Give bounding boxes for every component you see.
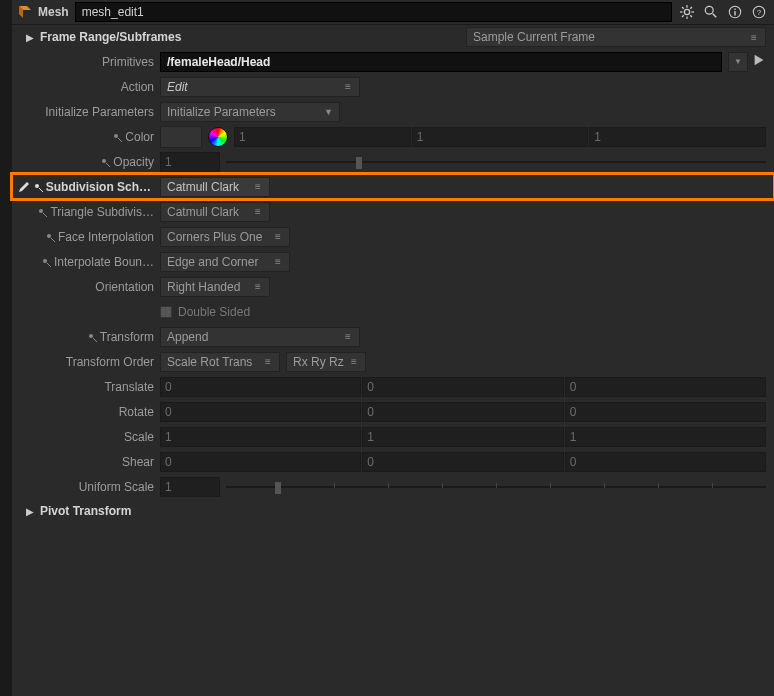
label-interp-boun: Interpolate Boun… <box>54 255 154 269</box>
svg-rect-12 <box>734 11 735 15</box>
transform-select[interactable]: Append≡ <box>160 327 360 347</box>
svg-line-17 <box>118 138 122 142</box>
section-frame-range[interactable]: ▶ Frame Range/Subframes Sample Current F… <box>12 25 774 49</box>
face-interp-select[interactable]: Corners Plus One≡ <box>160 227 290 247</box>
label-double-sided: Double Sided <box>178 305 250 319</box>
param-tag-icon[interactable] <box>46 233 54 241</box>
initialize-select[interactable]: Initialize Parameters▼ <box>160 102 340 122</box>
pencil-icon <box>18 181 30 193</box>
shear-x[interactable]: 0 <box>160 452 361 472</box>
select-value: Initialize Parameters <box>167 105 276 119</box>
svg-line-6 <box>690 15 692 17</box>
help-icon[interactable]: ? <box>750 3 768 21</box>
color-r-field[interactable]: 1 <box>234 127 411 147</box>
triangle-subdiv-select[interactable]: Catmull Clark≡ <box>160 202 270 222</box>
svg-line-8 <box>690 7 692 9</box>
orientation-select[interactable]: Right Handed≡ <box>160 277 270 297</box>
param-tag-icon[interactable] <box>113 133 121 141</box>
svg-point-22 <box>39 209 43 213</box>
transform-order-select[interactable]: Scale Rot Trans≡ <box>160 352 280 372</box>
primitives-go-icon[interactable] <box>752 53 766 70</box>
label-translate: Translate <box>104 380 154 394</box>
node-header: Mesh mesh_edit1 ? <box>12 0 774 25</box>
shear-z[interactable]: 0 <box>565 452 766 472</box>
info-icon[interactable] <box>726 3 744 21</box>
rotation-order-select[interactable]: Rx Ry Rz≡ <box>286 352 366 372</box>
subdiv-scheme-select[interactable]: Catmull Clark≡ <box>160 177 270 197</box>
node-name-field[interactable]: mesh_edit1 <box>75 2 672 22</box>
svg-rect-13 <box>734 9 735 10</box>
svg-line-19 <box>106 163 110 167</box>
param-tag-icon[interactable] <box>42 258 50 266</box>
opacity-field[interactable]: 1 <box>160 152 220 172</box>
uniform-scale-field[interactable]: 1 <box>160 477 220 497</box>
label-rotate: Rotate <box>119 405 154 419</box>
svg-point-24 <box>47 234 51 238</box>
svg-point-26 <box>43 259 47 263</box>
rotate-x[interactable]: 0 <box>160 402 361 422</box>
select-value: Append <box>167 330 208 344</box>
opacity-slider[interactable] <box>226 159 766 165</box>
color-swatch[interactable] <box>160 126 202 148</box>
primitives-field[interactable]: /femaleHead/Head <box>160 52 722 72</box>
label-scale: Scale <box>124 430 154 444</box>
chevron-right-icon: ▶ <box>26 506 34 517</box>
label-initialize: Initialize Parameters <box>45 105 154 119</box>
translate-y[interactable]: 0 <box>362 377 563 397</box>
color-b-field[interactable]: 1 <box>589 127 766 147</box>
rotate-z[interactable]: 0 <box>565 402 766 422</box>
svg-line-21 <box>39 188 43 192</box>
color-g-field[interactable]: 1 <box>412 127 589 147</box>
translate-x[interactable]: 0 <box>160 377 361 397</box>
svg-line-7 <box>682 15 684 17</box>
param-tag-icon[interactable] <box>88 333 96 341</box>
svg-line-10 <box>713 14 717 18</box>
select-value: Catmull Clark <box>167 205 239 219</box>
search-icon[interactable] <box>702 3 720 21</box>
translate-z[interactable]: 0 <box>565 377 766 397</box>
rotate-y[interactable]: 0 <box>362 402 563 422</box>
label-shear: Shear <box>122 455 154 469</box>
label-primitives: Primitives <box>102 55 154 69</box>
scale-x[interactable]: 1 <box>160 427 361 447</box>
select-value: Right Handed <box>167 280 240 294</box>
label-opacity: Opacity <box>113 155 154 169</box>
color-wheel-icon[interactable] <box>208 127 228 147</box>
action-select[interactable]: Edit≡ <box>160 77 360 97</box>
shear-y[interactable]: 0 <box>362 452 563 472</box>
select-value: Edit <box>167 80 188 94</box>
svg-line-25 <box>51 238 55 242</box>
label-uniform-scale: Uniform Scale <box>79 480 154 494</box>
svg-point-20 <box>35 184 39 188</box>
label-transform: Transform <box>100 330 154 344</box>
svg-point-18 <box>102 159 106 163</box>
gear-icon[interactable] <box>678 3 696 21</box>
label-color: Color <box>125 130 154 144</box>
param-tag-icon[interactable] <box>34 183 42 191</box>
label-face-interp: Face Interpolation <box>58 230 154 244</box>
label-triangle-subdiv: Triangle Subdivis… <box>50 205 154 219</box>
left-gutter <box>0 0 12 696</box>
select-value: Scale Rot Trans <box>167 355 252 369</box>
select-value: Sample Current Frame <box>473 30 595 44</box>
scale-y[interactable]: 1 <box>362 427 563 447</box>
primitives-chooser-icon[interactable]: ▼ <box>728 52 748 72</box>
section-pivot-transform[interactable]: ▶ Pivot Transform <box>12 499 774 523</box>
label-subdiv-scheme: Subdivision Sche… <box>46 180 154 194</box>
uniform-scale-slider[interactable] <box>226 484 766 490</box>
svg-line-29 <box>93 338 97 342</box>
double-sided-checkbox[interactable] <box>160 306 172 318</box>
svg-line-5 <box>682 7 684 9</box>
param-tag-icon[interactable] <box>101 158 109 166</box>
frame-range-select[interactable]: Sample Current Frame≡ <box>466 27 766 47</box>
svg-line-27 <box>47 263 51 267</box>
param-tag-icon[interactable] <box>38 208 46 216</box>
label-action: Action <box>121 80 154 94</box>
select-value: Catmull Clark <box>167 180 239 194</box>
scale-z[interactable]: 1 <box>565 427 766 447</box>
chevron-right-icon: ▶ <box>26 32 34 43</box>
interp-boun-select[interactable]: Edge and Corner≡ <box>160 252 290 272</box>
svg-text:?: ? <box>757 8 762 17</box>
svg-point-16 <box>114 134 118 138</box>
node-type-icon <box>16 3 34 21</box>
